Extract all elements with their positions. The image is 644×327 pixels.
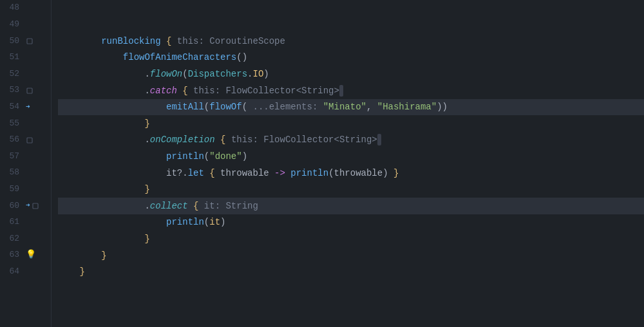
line-number: 49 [0, 18, 24, 32]
code-text: println("done") [58, 149, 247, 164]
gutter-row: 55 [0, 115, 51, 132]
code-line: println("done") [58, 148, 644, 165]
code-line: } [58, 115, 644, 132]
gutter-row: 48 [0, 0, 51, 17]
line-gutter: 48495051525354➜555657585960➜616263💡64 [0, 0, 52, 327]
code-text: .onCompletion { this: FlowCollector<Stri… [58, 133, 381, 147]
gutter-row: 64 [0, 264, 51, 281]
line-number: 58 [0, 166, 24, 180]
line-number: 50 [0, 35, 24, 48]
line-number: 52 [0, 68, 24, 81]
gutter-row: 63💡 [0, 247, 51, 264]
code-text: flowOfAnimeCharacters() [58, 50, 247, 64]
gutter-icons [24, 37, 50, 45]
line-number: 61 [0, 216, 24, 229]
gutter-row: 60➜ [0, 198, 51, 214]
line-number: 48 [0, 1, 24, 15]
gutter-row: 54➜ [0, 99, 51, 116]
code-text: .flowOn(Dispatchers.IO) [58, 67, 269, 81]
code-line: runBlocking { this: CoroutineScope [58, 33, 644, 50]
line-number: 63 [0, 248, 24, 262]
gutter-icons: 💡 [24, 248, 50, 262]
code-text: println(it) [58, 215, 225, 229]
gutter-row: 62 [0, 230, 51, 247]
gutter-row: 58 [0, 165, 51, 182]
line-number: 62 [0, 232, 24, 246]
line-number: 60 [0, 200, 24, 213]
code-line: it?.let { throwable -> println(throwable… [58, 165, 644, 182]
code-text: emitAll(flowOf( ...elements: "Minato", "… [58, 100, 448, 114]
code-line: .collect { it: String [58, 198, 644, 214]
gutter-row: 50 [0, 33, 51, 50]
gutter-icons: ➜ [24, 102, 50, 113]
code-line: println(it) [58, 214, 644, 231]
breakpoint-arrow-icon[interactable]: ➜ [26, 102, 30, 113]
line-number: 56 [0, 133, 24, 147]
line-number: 64 [0, 265, 24, 279]
code-line [58, 0, 644, 17]
line-number: 55 [0, 117, 24, 131]
gutter-icons [24, 87, 50, 95]
svg-rect-1 [27, 88, 32, 93]
code-line: .catch { this: FlowCollector<String> [58, 82, 644, 99]
gutter-row: 57 [0, 148, 51, 165]
code-text: .collect { it: String [58, 199, 258, 213]
code-text: .catch { this: FlowCollector<String> [58, 84, 343, 98]
code-text: } [58, 117, 150, 131]
fold-icon[interactable] [26, 87, 33, 95]
gutter-row: 56 [0, 132, 51, 149]
code-line: } [58, 182, 644, 198]
svg-rect-3 [33, 203, 38, 209]
gutter-icons: ➜ [24, 200, 50, 212]
code-text: } [58, 265, 85, 279]
code-line: .onCompletion { this: FlowCollector<Stri… [58, 132, 644, 149]
code-text: } [58, 248, 107, 263]
code-line: flowOfAnimeCharacters() [58, 50, 644, 66]
code-content-area: runBlocking { this: CoroutineScope flowO… [52, 0, 644, 327]
line-number: 51 [0, 51, 24, 64]
breakpoint-arrow-icon[interactable]: ➜ [26, 200, 30, 212]
gutter-row: 49 [0, 17, 51, 33]
code-editor: 48495051525354➜555657585960➜616263💡64 ru… [0, 0, 644, 327]
code-text: runBlocking { this: CoroutineScope [58, 34, 285, 48]
gutter-row: 61 [0, 214, 51, 231]
line-number: 54 [0, 100, 24, 114]
gutter-icons [24, 136, 50, 144]
gutter-row: 59 [0, 182, 51, 198]
gutter-row: 51 [0, 50, 51, 66]
line-number: 57 [0, 150, 24, 164]
code-line: emitAll(flowOf( ...elements: "Minato", "… [58, 99, 644, 116]
fold-icon[interactable] [26, 136, 33, 144]
code-line: } [58, 230, 644, 247]
code-line: .flowOn(Dispatchers.IO) [58, 66, 644, 82]
svg-rect-2 [27, 138, 32, 143]
gutter-row: 53 [0, 82, 51, 99]
code-text: it?.let { throwable -> println(throwable… [58, 166, 399, 180]
fold-icon[interactable] [26, 37, 33, 45]
fold-icon[interactable] [32, 202, 39, 210]
code-text: } [58, 232, 150, 246]
line-number: 59 [0, 183, 24, 196]
code-text: } [58, 182, 150, 196]
svg-rect-0 [27, 39, 32, 44]
gutter-row: 52 [0, 66, 51, 82]
code-line: } [58, 247, 644, 264]
code-line: } [58, 264, 644, 281]
line-number: 53 [0, 84, 24, 97]
code-line [58, 17, 644, 33]
lightbulb-icon[interactable]: 💡 [26, 248, 36, 262]
